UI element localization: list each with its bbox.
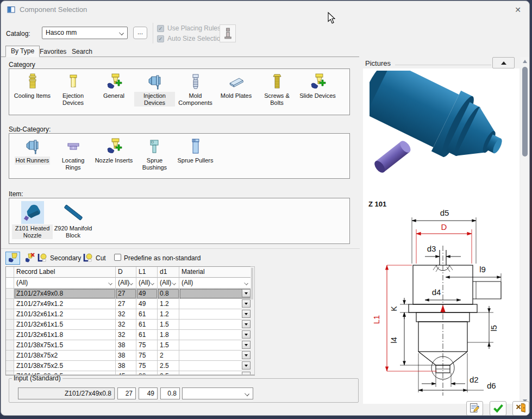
collapse-pictures-button[interactable] xyxy=(492,57,515,68)
filter-d[interactable]: (All) xyxy=(116,278,136,289)
chevron-down-icon xyxy=(172,281,176,285)
input-d-field[interactable]: 27 xyxy=(117,387,136,399)
col-material[interactable]: Material xyxy=(179,267,251,278)
material-dropdown-button[interactable] xyxy=(242,330,251,339)
subcategory-item-label: Nozzle Inserts xyxy=(94,157,134,165)
cell-record: Z101/38x75x1.5 xyxy=(14,340,116,351)
pictures-scrollbar[interactable] xyxy=(521,57,529,405)
filter-material[interactable]: (All) xyxy=(179,278,251,289)
secondary-button[interactable]: Secondary xyxy=(37,252,81,265)
material-dropdown-button[interactable] xyxy=(242,299,251,308)
tab-search[interactable]: Search xyxy=(67,47,97,57)
category-item[interactable]: General xyxy=(93,72,134,100)
material-dropdown-button[interactable] xyxy=(242,361,251,370)
item-entry[interactable]: Z101 Heated Nozzle xyxy=(12,201,53,239)
table-scrollbar[interactable] xyxy=(251,266,255,375)
category-item-label: Injection Devices xyxy=(134,92,175,107)
scrollbar-thumb[interactable] xyxy=(522,67,528,157)
cell-l1: 75 xyxy=(136,340,158,351)
col-record-label[interactable]: Record Label xyxy=(14,267,116,278)
checkbox-checked-icon: ✓ xyxy=(157,25,164,32)
category-item[interactable]: Mold Plates xyxy=(216,72,256,100)
injection-devices-icon xyxy=(145,72,165,91)
cooling-items-icon xyxy=(23,72,42,91)
item-entry[interactable]: Z920 Manifold Block xyxy=(53,201,93,239)
input-l1-field[interactable]: 49 xyxy=(139,387,158,399)
material-dropdown-button[interactable] xyxy=(242,320,251,328)
cell-d1: 2.5 xyxy=(158,361,179,371)
category-item[interactable]: Injection Devices xyxy=(134,72,175,107)
properties-icon xyxy=(469,402,480,415)
tab-favorites[interactable]: Favorites xyxy=(35,47,71,57)
cell-d: 38 xyxy=(116,361,136,371)
filter-l1[interactable]: (All) xyxy=(136,278,158,289)
cell-material xyxy=(179,309,251,320)
sprue-pullers-icon xyxy=(186,136,205,156)
table-row[interactable]: Z101/32x61x1.5 32 61 1.5 xyxy=(6,320,254,330)
cell-d1: 1.5 xyxy=(158,320,179,330)
table-scrollbar-thumb[interactable] xyxy=(251,268,253,299)
cell-material xyxy=(179,299,251,309)
cell-material xyxy=(179,330,251,340)
cell-d: 32 xyxy=(116,320,136,330)
table-row[interactable]: Z101/27x49x1.2 27 49 1.2 xyxy=(6,299,254,309)
col-d1[interactable]: d1 xyxy=(158,267,179,278)
table-row[interactable]: Z101/32x61x1.2 32 61 1.2 xyxy=(6,309,254,320)
col-l1[interactable]: L1 xyxy=(136,267,158,278)
category-item-label: Slide Devices xyxy=(298,92,337,100)
cell-material xyxy=(179,289,251,299)
material-dropdown-button[interactable] xyxy=(242,310,251,318)
category-item[interactable]: Screws & Bolts xyxy=(256,72,297,107)
subcategory-item[interactable]: Sprue Pullers xyxy=(175,136,216,165)
records-table: Record Label D L1 d1 Material (All) (All… xyxy=(5,266,255,376)
scroll-up-icon[interactable] xyxy=(523,60,527,63)
input-d1-field[interactable]: 0.8 xyxy=(160,387,180,399)
table-row[interactable]: Z101/38x75x2.5 38 75 2.5 xyxy=(6,361,254,371)
catalog-select[interactable]: Hasco mm xyxy=(42,27,128,39)
mold-plates-icon xyxy=(227,72,246,91)
table-row[interactable]: Z101/32x61x1.8 32 61 1.8 xyxy=(6,330,254,340)
category-item[interactable]: Ejection Devices xyxy=(53,72,93,107)
cell-l1: 49 xyxy=(136,299,158,309)
separator xyxy=(1,248,360,249)
input-material-select[interactable] xyxy=(182,387,253,399)
col-d[interactable]: D xyxy=(116,267,136,278)
close-button[interactable]: ✕ xyxy=(512,4,524,15)
predefine-checkbox[interactable] xyxy=(114,254,121,261)
place-component-button[interactable] xyxy=(5,252,20,265)
dim-d5: d5 xyxy=(440,208,449,217)
cut-button[interactable]: Cut xyxy=(83,252,106,265)
ok-button[interactable] xyxy=(490,401,506,416)
subcategory-item[interactable]: Sprue Bushings xyxy=(134,136,175,171)
dim-d3: d3 xyxy=(427,244,436,253)
info-icon xyxy=(223,27,233,40)
properties-button[interactable] xyxy=(466,401,483,416)
category-item[interactable]: Slide Devices xyxy=(297,72,338,100)
item-list: Z101 Heated Nozzle Z920 Manifold Block xyxy=(9,198,350,244)
mouse-cursor xyxy=(327,12,335,24)
table-row[interactable]: Z101/27x49x0.8 27 49 0.8 xyxy=(6,289,254,299)
material-dropdown-button[interactable] xyxy=(242,289,251,297)
use-placing-rules-checkbox[interactable]: ✓ Use Placing Rules xyxy=(157,24,221,32)
auto-size-selection-checkbox[interactable]: ✓ Auto Size Selection xyxy=(157,35,224,42)
exit-button[interactable] xyxy=(512,401,529,416)
material-dropdown-button[interactable] xyxy=(242,351,251,359)
table-row[interactable]: Z101/38x75x1.5 38 75 1.5 xyxy=(6,340,254,351)
subcategory-item[interactable]: Nozzle Inserts xyxy=(93,136,134,165)
catalog-browse-button[interactable]: ... xyxy=(133,27,147,39)
input-record-field[interactable]: Z101/27x49x0.8 xyxy=(18,387,115,399)
dim-l4: l4 xyxy=(389,337,398,343)
remove-component-button[interactable] xyxy=(22,252,37,265)
subcategory-item[interactable]: Locating Rings xyxy=(53,136,93,171)
info-button[interactable] xyxy=(220,24,236,42)
category-item[interactable]: Mold Components xyxy=(175,72,216,107)
table-row[interactable]: Z101/38x75x2 38 75 2 xyxy=(6,351,254,361)
cell-d1: 1.2 xyxy=(158,309,179,320)
material-dropdown-button[interactable] xyxy=(242,341,251,349)
filter-d1[interactable]: (All) xyxy=(158,278,179,289)
filter-record[interactable]: (All) xyxy=(14,278,116,289)
subcategory-item[interactable]: Hot Runners xyxy=(12,136,53,165)
z101-item-icon xyxy=(21,201,44,224)
category-item[interactable]: Cooling Items xyxy=(12,72,53,100)
remove-component-icon xyxy=(24,252,35,265)
